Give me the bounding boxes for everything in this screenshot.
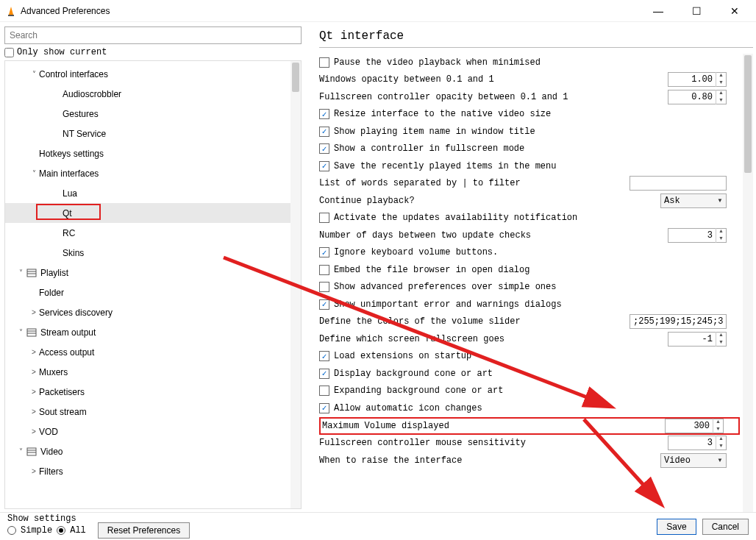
setting-text-input[interactable] [630,314,727,329]
tree-scrollbar-thumb[interactable] [292,63,299,92]
tree-item-qt[interactable]: Qt [5,203,301,223]
settings-scrollbar-thumb[interactable] [744,55,752,173]
setting-checkbox[interactable]: ✓ [319,299,329,310]
tree-item-filters[interactable]: >Filters [5,461,301,481]
setting-checkbox[interactable] [319,386,329,396]
setting-spinbox[interactable]: ▲▼ [668,228,727,243]
setting-checkbox[interactable]: ✓ [319,127,329,137]
expand-icon[interactable]: > [29,408,39,416]
spin-down-icon[interactable]: ▼ [716,443,726,450]
setting-checkbox[interactable]: ✓ [319,109,329,119]
spin-up-icon[interactable]: ▲ [716,436,726,443]
setting-spinbox[interactable]: ▲▼ [668,436,727,450]
tree-item-gestures[interactable]: Gestures [5,104,301,124]
tree-item-lua[interactable]: Lua [5,183,301,203]
spin-up-icon[interactable]: ▲ [716,72,726,79]
tree-item-vod[interactable]: >VOD [5,422,301,441]
minimize-button[interactable]: — [646,3,671,19]
setting-checkbox[interactable]: ✓ [319,403,329,413]
setting-spinbox-input[interactable] [668,92,716,102]
tree-item-skins[interactable]: Skins [5,243,301,263]
dropdown-value: Ask [664,196,680,206]
tree-item-stream-output[interactable]: ˅Stream output [5,322,301,342]
setting-row: ✓Resize interface to the native video si… [319,106,740,124]
expand-icon[interactable]: ˅ [15,328,26,336]
tree-scrollbar[interactable] [290,61,301,508]
tree-item-label: Audioscrobbler [63,89,121,99]
spin-down-icon[interactable]: ▼ [716,235,726,243]
expand-icon[interactable]: ˅ [29,169,39,177]
tree-item-access-output[interactable]: >Access output [5,342,301,362]
close-button[interactable]: ✕ [722,3,747,19]
spin-down-icon[interactable]: ▼ [716,79,726,87]
search-input[interactable] [4,26,302,44]
setting-spinbox[interactable]: ▲▼ [668,90,727,104]
setting-spinbox-input[interactable] [668,74,716,85]
setting-row: Windows opacity between 0.1 and 1▲▼ [319,71,740,89]
tree-item-packetisers[interactable]: >Packetisers [5,382,301,402]
cancel-button[interactable]: Cancel [702,519,749,535]
save-button[interactable]: Save [657,519,696,535]
setting-spinbox[interactable]: ▲▼ [665,419,724,433]
expand-icon[interactable]: > [29,308,39,316]
expand-icon[interactable]: ˅ [15,269,26,277]
expand-icon[interactable]: > [29,427,39,436]
setting-label: Show unimportant error and warnings dial… [334,299,562,310]
setting-checkbox[interactable]: ✓ [319,143,329,154]
tree-item-rc[interactable]: RC [5,223,301,243]
maximize-button[interactable]: ☐ [684,3,709,19]
setting-spinbox[interactable]: ▲▼ [668,332,727,347]
setting-spinbox-input[interactable] [668,334,716,344]
setting-spinbox-input[interactable] [668,230,716,241]
tree-item-nt-service[interactable]: NT Service [5,124,301,143]
expand-icon[interactable]: > [29,388,39,396]
tree-item-main-interfaces[interactable]: ˅Main interfaces [5,163,301,183]
expand-icon[interactable]: ˅ [15,447,26,455]
spin-down-icon[interactable]: ▼ [716,97,726,104]
setting-checkbox[interactable]: ✓ [319,351,329,361]
spin-up-icon[interactable]: ▲ [716,332,726,339]
setting-text-input[interactable] [630,176,727,191]
tree-item-control-interfaces[interactable]: ˅Control interfaces [5,64,301,84]
setting-spinbox-input[interactable] [668,438,716,448]
show-settings-all-radio[interactable] [57,526,65,535]
setting-checkbox[interactable] [319,282,329,292]
only-show-current-checkbox[interactable] [4,48,14,57]
setting-row: Pause the video playback when minimised [319,54,740,71]
spin-up-icon[interactable]: ▲ [716,90,726,97]
tree-item-label: Main interfaces [39,168,99,179]
setting-checkbox[interactable]: ✓ [319,161,329,171]
spin-down-icon[interactable]: ▼ [716,339,726,347]
tree-item-muxers[interactable]: >Muxers [5,362,301,382]
setting-dropdown[interactable]: Video▼ [660,453,727,468]
tree-item-services-discovery[interactable]: >Services discovery [5,302,301,322]
expand-icon[interactable]: > [29,348,39,356]
show-settings-simple-radio[interactable] [7,526,16,535]
setting-dropdown[interactable]: Ask▼ [660,193,727,208]
tree-item-video[interactable]: ˅Video [5,441,301,461]
setting-row: Activate the updates availability notifi… [319,210,740,227]
spin-down-icon[interactable]: ▼ [713,426,723,433]
expand-icon[interactable]: > [29,467,39,475]
setting-spinbox[interactable]: ▲▼ [668,72,727,87]
tree-item-sout-stream[interactable]: >Sout stream [5,402,301,422]
expand-icon[interactable]: > [29,368,39,376]
tree-item-playlist[interactable]: ˅Playlist [5,263,301,283]
setting-checkbox[interactable] [319,57,329,68]
tree-item-label: Playlist [40,268,68,278]
setting-spinbox-input[interactable] [666,421,713,431]
spin-up-icon[interactable]: ▲ [716,228,726,235]
setting-checkbox[interactable]: ✓ [319,247,329,257]
tree-item-label: Services discovery [39,308,113,318]
spin-up-icon[interactable]: ▲ [713,419,723,426]
settings-scrollbar[interactable] [743,54,753,512]
tree-item-folder[interactable]: Folder [5,283,301,302]
setting-label: Resize interface to the native video siz… [334,109,551,119]
reset-preferences-button[interactable]: Reset Preferences [98,522,190,539]
setting-checkbox[interactable] [319,213,329,223]
setting-checkbox[interactable]: ✓ [319,369,329,379]
setting-checkbox[interactable] [319,265,329,275]
tree-item-hotkeys-settings[interactable]: Hotkeys settings [5,143,301,163]
tree-item-audioscrobbler[interactable]: Audioscrobbler [5,84,301,104]
expand-icon[interactable]: ˅ [29,70,39,78]
